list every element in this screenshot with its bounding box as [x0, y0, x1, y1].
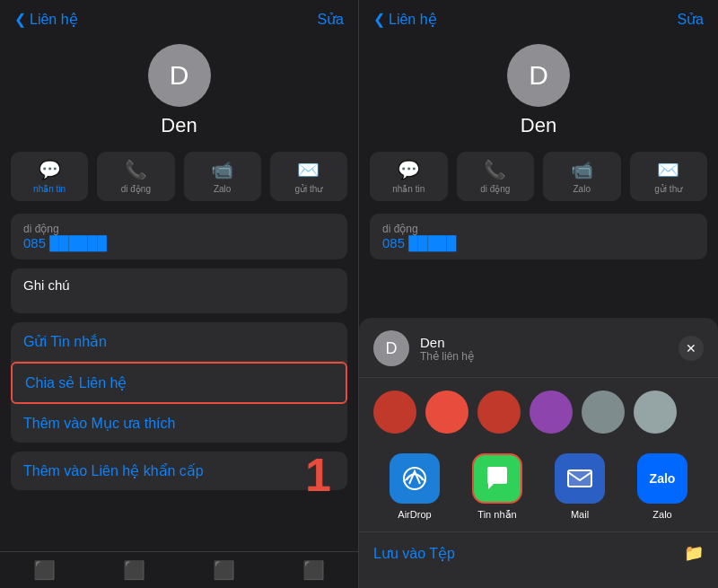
tab-3[interactable]: ⬛	[213, 559, 235, 581]
tab-icon-1: ⬛	[33, 559, 56, 581]
airdrop-icon	[390, 453, 440, 504]
right-zalo-label: Zalo	[574, 184, 591, 194]
left-contact-name: Den	[161, 114, 197, 137]
video-icon: 📹	[211, 159, 233, 180]
apps-row: AirDrop Tin nhắn	[359, 446, 718, 531]
left-menu-emergency[interactable]: Thêm vào Liên hệ khẩn cấp	[11, 452, 347, 490]
suggestions-row	[359, 378, 718, 446]
svg-rect-1	[568, 470, 591, 487]
mail-icon: ✉️	[297, 159, 320, 180]
zalo-label: Zalo	[214, 184, 231, 194]
right-phone-field: di động 085 █████	[370, 214, 707, 259]
messages-label: Tin nhắn	[477, 509, 516, 521]
right-action-phone[interactable]: 📞 di động	[457, 152, 535, 201]
right-phone-label: di động	[480, 184, 510, 194]
mail-label: Mail	[571, 509, 589, 520]
right-back-button[interactable]: ❮ Liên hệ	[373, 11, 437, 28]
right-phone-value: 085 █████	[382, 235, 695, 250]
tab-icon-3: ⬛	[213, 559, 235, 581]
left-phone-value[interactable]: 085 ██████	[23, 235, 335, 250]
left-note-section: Ghi chú	[11, 268, 347, 313]
save-label: Lưu vào Tệp	[373, 545, 455, 562]
right-field-label: di động	[382, 223, 695, 235]
right-message-label: nhắn tin	[392, 184, 425, 194]
share-contact-info: Den Thẻ liên hệ	[420, 335, 474, 363]
left-chevron-icon: ❮	[14, 11, 26, 28]
left-field-label: di động	[23, 223, 335, 235]
left-action-row: 💬 nhắn tin 📞 di động 📹 Zalo ✉️ gửi thư	[0, 152, 358, 214]
app-mail[interactable]: Mail	[555, 453, 605, 521]
airdrop-label: AirDrop	[398, 509, 431, 520]
left-panel: ❮ Liên hệ Sửa D Den 💬 nhắn tin 📞 di động…	[0, 0, 359, 588]
left-menu2: Thêm vào Liên hệ khẩn cấp	[11, 452, 347, 490]
mail-label: gửi thư	[294, 184, 322, 194]
suggestion-1[interactable]	[373, 391, 416, 434]
right-header: ❮ Liên hệ Sửa	[359, 0, 718, 35]
left-back-button[interactable]: ❮ Liên hệ	[14, 11, 78, 28]
suggestion-4[interactable]	[530, 391, 573, 434]
right-mail-icon: ✉️	[657, 159, 679, 180]
tab-2[interactable]: ⬛	[123, 559, 145, 581]
apps-row-wrapper: 2 AirDrop	[359, 446, 718, 531]
left-action-zalo[interactable]: 📹 Zalo	[184, 152, 261, 201]
left-header: ❮ Liên hệ Sửa	[0, 0, 358, 35]
message-icon: 💬	[39, 159, 61, 180]
left-menu-wrapper: 1 Gửi Tin nhắn Chia sẻ Liên hệ Thêm vào …	[0, 322, 358, 452]
save-folder-icon: 📁	[684, 543, 704, 563]
right-panel: ❮ Liên hệ Sửa D Den 💬 nhắn tin 📞 di động…	[359, 0, 718, 588]
app-messages[interactable]: Tin nhắn	[472, 453, 522, 521]
right-avatar: D	[507, 44, 570, 107]
left-menu1: Gửi Tin nhắn Chia sẻ Liên hệ Thêm vào Mụ…	[11, 322, 347, 443]
app-zalo[interactable]: Zalo Zalo	[637, 453, 687, 521]
share-close-button[interactable]: ✕	[679, 336, 704, 361]
suggestion-2[interactable]	[425, 391, 468, 434]
app-airdrop[interactable]: AirDrop	[390, 453, 440, 521]
left-action-message[interactable]: 💬 nhắn tin	[11, 152, 88, 201]
messages-icon	[472, 453, 522, 504]
right-edit-button[interactable]: Sửa	[677, 11, 704, 28]
right-contact-name: Den	[521, 114, 556, 137]
right-phone-section: di động 085 █████	[370, 214, 707, 259]
right-action-mail[interactable]: ✉️ gửi thư	[630, 152, 708, 201]
right-avatar-section: D Den	[359, 35, 718, 152]
tab-1[interactable]: ⬛	[33, 559, 56, 581]
right-mail-label: gửi thư	[654, 184, 682, 194]
left-edit-button[interactable]: Sửa	[317, 11, 344, 28]
message-label: nhắn tin	[33, 184, 66, 194]
right-action-row: 💬 nhắn tin 📞 di động 📹 Zalo ✉️ gửi thư	[359, 152, 718, 214]
left-avatar-section: D Den	[0, 35, 358, 152]
share-sheet: D Den Thẻ liên hệ ✕ 2	[359, 318, 718, 588]
share-contact-row: D Den Thẻ liên hệ ✕	[359, 330, 718, 378]
share-avatar: D	[373, 330, 409, 366]
left-action-mail[interactable]: ✉️ gửi thư	[270, 152, 347, 201]
left-avatar: D	[148, 44, 211, 107]
right-action-message[interactable]: 💬 nhắn tin	[370, 152, 448, 201]
tab-4[interactable]: ⬛	[302, 559, 325, 581]
right-phone-icon: 📞	[484, 159, 506, 180]
left-action-phone[interactable]: 📞 di động	[97, 152, 174, 201]
right-chevron-icon: ❮	[373, 11, 385, 28]
left-bottom-tabs: ⬛ ⬛ ⬛ ⬛	[0, 551, 358, 588]
step-number-1: 1	[305, 448, 331, 502]
tab-icon-2: ⬛	[123, 559, 145, 581]
suggestion-3[interactable]	[477, 391, 521, 434]
left-menu-send-message[interactable]: Gửi Tin nhắn	[11, 322, 347, 362]
right-action-zalo[interactable]: 📹 Zalo	[543, 152, 621, 201]
left-phone-section: di động 085 ██████	[11, 214, 347, 259]
save-row[interactable]: Lưu vào Tệp 📁	[359, 531, 718, 574]
left-menu-share-contact[interactable]: Chia sẻ Liên hệ	[11, 362, 347, 404]
zalo-app-label: Zalo	[652, 509, 671, 520]
share-contact-name: Den	[420, 335, 474, 350]
phone-label: di động	[121, 184, 151, 194]
left-note-label: Ghi chú	[23, 277, 335, 293]
left-menu-favorites[interactable]: Thêm vào Mục ưa thích	[11, 404, 347, 443]
suggestion-5[interactable]	[582, 391, 625, 434]
suggestion-6[interactable]	[634, 391, 677, 434]
phone-icon: 📞	[125, 159, 147, 180]
tab-icon-4: ⬛	[302, 559, 325, 581]
zalo-icon: Zalo	[637, 453, 687, 504]
left-phone-field: di động 085 ██████	[11, 214, 347, 259]
right-video-icon: 📹	[571, 159, 593, 180]
mail-app-icon	[555, 453, 605, 504]
share-subtitle: Thẻ liên hệ	[420, 350, 474, 363]
